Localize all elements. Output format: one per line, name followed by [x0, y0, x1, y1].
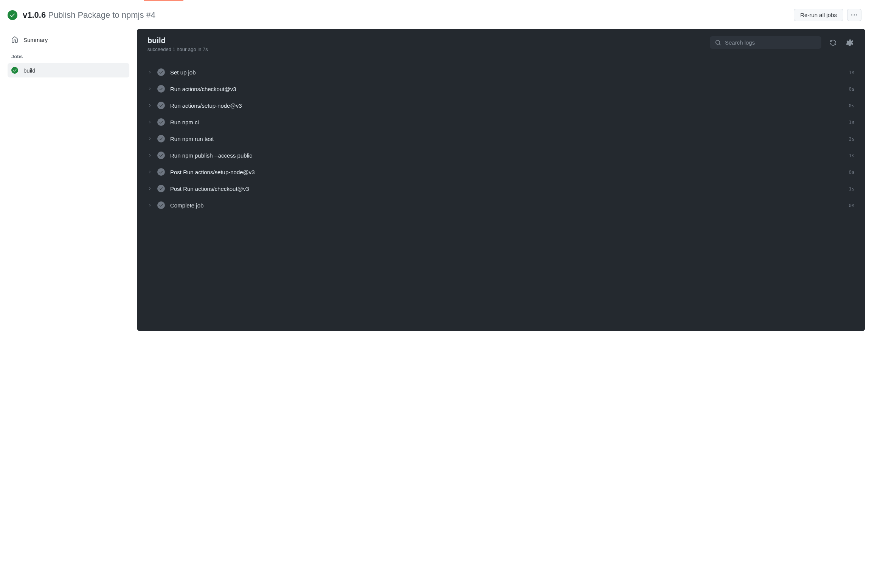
step-label: Run npm publish --access public — [170, 152, 843, 159]
step-label: Run npm ci — [170, 119, 843, 125]
home-icon — [11, 36, 18, 43]
settings-button[interactable] — [845, 38, 855, 48]
step-duration: 0s — [849, 103, 855, 108]
step-label: Post Run actions/checkout@v3 — [170, 186, 843, 192]
step-label: Post Run actions/setup-node@v3 — [170, 169, 843, 175]
gear-icon — [846, 39, 853, 46]
top-tab-indicator — [0, 0, 869, 1]
step-row[interactable]: Run actions/setup-node@v3 0s — [147, 97, 855, 114]
step-row[interactable]: Run actions/checkout@v3 0s — [147, 80, 855, 97]
panel-header-right — [710, 36, 855, 49]
page-header: v1.0.6 Publish Package to npmjs #4 Re-ru… — [0, 1, 869, 29]
step-label: Set up job — [170, 69, 843, 76]
step-status-success-icon — [157, 102, 165, 109]
step-status-success-icon — [157, 85, 165, 93]
sidebar-jobs-title: Jobs — [8, 48, 129, 63]
kebab-icon — [851, 12, 857, 18]
sidebar-summary-label: Summary — [23, 37, 48, 43]
page-title: v1.0.6 Publish Package to npmjs #4 — [23, 10, 155, 20]
chevron-right-icon — [147, 170, 152, 174]
job-status-success-icon — [11, 67, 18, 74]
sidebar: Summary Jobs build — [0, 29, 137, 331]
panel-subtitle: succeeded 1 hour ago in 7s — [147, 46, 208, 52]
step-duration: 1s — [849, 70, 855, 75]
workflow-name: Publish Package to npmjs #4 — [48, 10, 155, 20]
step-duration: 0s — [849, 86, 855, 92]
step-label: Run npm run test — [170, 136, 843, 142]
chevron-right-icon — [147, 187, 152, 190]
header-actions: Re-run all jobs — [794, 9, 861, 21]
panel-title: build — [147, 36, 208, 45]
step-duration: 0s — [849, 169, 855, 175]
step-status-success-icon — [157, 201, 165, 209]
chevron-right-icon — [147, 104, 152, 107]
step-row[interactable]: Post Run actions/checkout@v3 1s — [147, 180, 855, 197]
step-duration: 1s — [849, 186, 855, 192]
step-row[interactable]: Run npm ci 1s — [147, 114, 855, 130]
chevron-right-icon — [147, 87, 152, 91]
panel-header: build succeeded 1 hour ago in 7s — [137, 29, 865, 60]
step-row[interactable]: Run npm publish --access public 1s — [147, 147, 855, 164]
rerun-all-jobs-button[interactable]: Re-run all jobs — [794, 9, 843, 21]
step-status-success-icon — [157, 118, 165, 126]
chevron-right-icon — [147, 137, 152, 141]
chevron-right-icon — [147, 70, 152, 74]
step-label: Complete job — [170, 202, 843, 209]
workflow-version: v1.0.6 — [23, 10, 46, 20]
search-input[interactable] — [725, 39, 816, 46]
job-steps-list: Set up job 1s Run actions/checkout@v3 0s… — [137, 60, 865, 217]
panel-header-left: build succeeded 1 hour ago in 7s — [147, 36, 208, 52]
step-status-success-icon — [157, 168, 165, 176]
chevron-right-icon — [147, 120, 152, 124]
main-layout: Summary Jobs build build succeeded 1 hou… — [0, 29, 869, 331]
search-logs-box[interactable] — [710, 36, 821, 49]
step-status-success-icon — [157, 135, 165, 142]
step-row[interactable]: Post Run actions/setup-node@v3 0s — [147, 164, 855, 180]
header-left: v1.0.6 Publish Package to npmjs #4 — [8, 10, 155, 20]
refresh-button[interactable] — [828, 38, 838, 48]
chevron-right-icon — [147, 153, 152, 157]
search-icon — [715, 40, 721, 46]
step-row[interactable]: Run npm run test 2s — [147, 130, 855, 147]
step-duration: 2s — [849, 136, 855, 142]
sidebar-job-build[interactable]: build — [8, 63, 129, 77]
job-log-panel: build succeeded 1 hour ago in 7s — [137, 29, 865, 331]
step-row[interactable]: Complete job 0s — [147, 197, 855, 214]
sidebar-summary-link[interactable]: Summary — [8, 32, 129, 47]
step-label: Run actions/setup-node@v3 — [170, 102, 843, 109]
sync-icon — [830, 39, 836, 46]
chevron-right-icon — [147, 203, 152, 207]
more-options-button[interactable] — [847, 9, 861, 21]
step-status-success-icon — [157, 152, 165, 159]
step-duration: 1s — [849, 119, 855, 125]
workflow-status-success-icon — [8, 10, 17, 20]
step-row[interactable]: Set up job 1s — [147, 64, 855, 80]
step-duration: 0s — [849, 203, 855, 208]
step-duration: 1s — [849, 153, 855, 158]
step-status-success-icon — [157, 68, 165, 76]
sidebar-job-label: build — [23, 67, 36, 74]
step-label: Run actions/checkout@v3 — [170, 86, 843, 92]
step-status-success-icon — [157, 185, 165, 192]
